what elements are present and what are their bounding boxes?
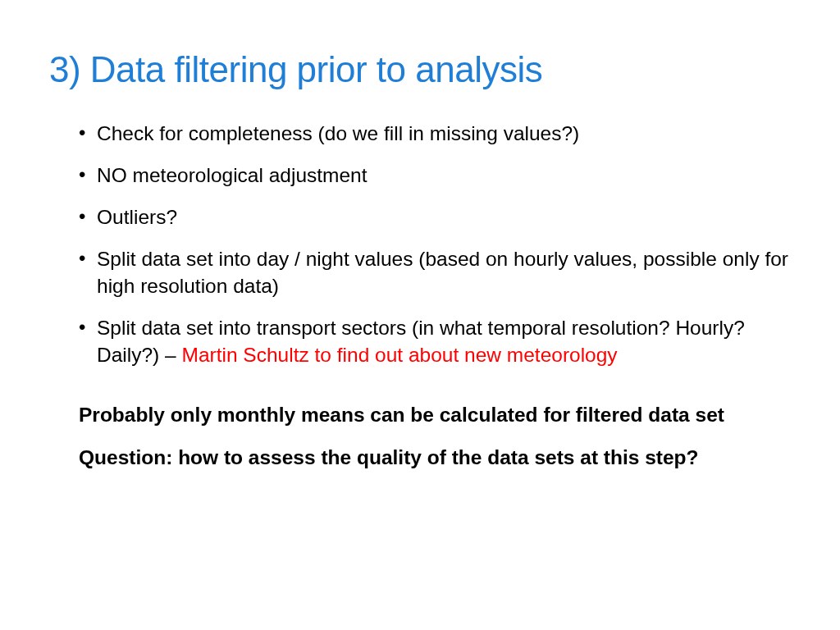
bullet-item: Outliers?: [79, 203, 791, 231]
bullet-text-highlight: Martin Schultz to find out about new met…: [181, 344, 617, 366]
bullet-item: Check for completeness (do we fill in mi…: [79, 120, 791, 147]
bullet-item: NO meteorological adjustment: [79, 162, 791, 189]
bullet-item: Split data set into day / night values (…: [79, 245, 791, 299]
note-paragraph: Question: how to assess the quality of t…: [49, 444, 791, 471]
bullet-list: Check for completeness (do we fill in mi…: [49, 120, 791, 368]
bullet-item: Split data set into transport sectors (i…: [79, 314, 791, 368]
note-paragraph: Probably only monthly means can be calcu…: [49, 401, 791, 428]
slide-title: 3) Data filtering prior to analysis: [49, 49, 791, 90]
